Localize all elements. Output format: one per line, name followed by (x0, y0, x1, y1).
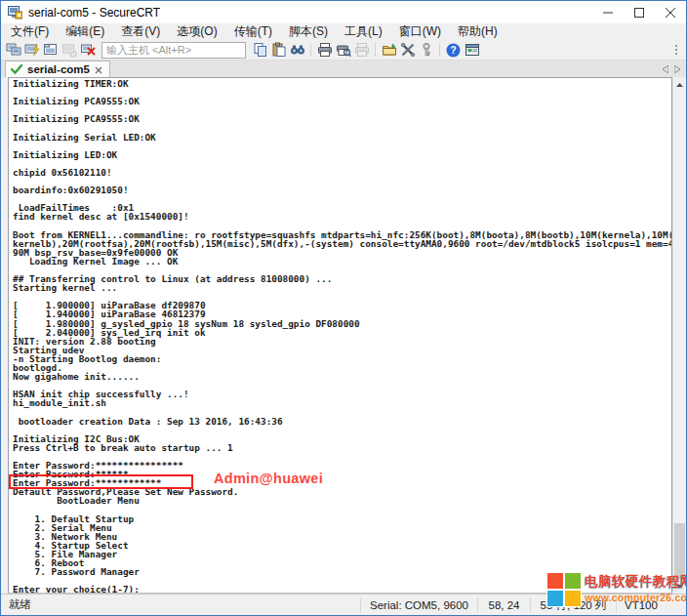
paste-icon[interactable] (270, 42, 287, 58)
password-highlight-box (9, 474, 193, 489)
securecrt-window: serial-com5 - SecureCRT 文件(F) 编辑(E) 查看(V… (0, 0, 687, 616)
menu-view[interactable]: 查看(V) (121, 23, 160, 40)
host-input[interactable] (101, 42, 246, 59)
vertical-scrollbar[interactable] (672, 77, 685, 594)
status-serial: Serial: COM5, 9600 (360, 597, 477, 613)
menu-options[interactable]: 选项(O) (177, 23, 217, 40)
tab-close-icon[interactable] (95, 61, 102, 78)
password-annotation: Admin@huawei (214, 471, 323, 486)
menu-help[interactable]: 帮助(H) (458, 23, 498, 40)
connect-icon[interactable] (5, 42, 21, 58)
copy-icon[interactable] (252, 42, 268, 58)
title-bar: serial-com5 - SecureCRT (1, 1, 686, 23)
toolbar: ? (1, 40, 686, 61)
tab-serial-com5[interactable]: serial-com5 (5, 61, 110, 77)
minimize-button[interactable] (592, 1, 624, 23)
tab-bar: serial-com5 (1, 61, 686, 77)
menu-tools[interactable]: 工具(L) (344, 23, 383, 40)
watermark-site-name: 电脑软硬件教程网 (585, 573, 687, 591)
terminal-output: Initializing TIMER:OK Initializing PCA95… (9, 78, 671, 594)
menu-bar: 文件(F) 编辑(E) 查看(V) 选项(O) 传输(T) 脚本(S) 工具(L… (1, 23, 686, 40)
menu-transfer[interactable]: 传输(T) (234, 23, 272, 40)
global-options-icon[interactable] (399, 42, 416, 58)
toolbar-overflow-icon[interactable] (667, 42, 684, 58)
toolbar-separator (375, 43, 376, 57)
app-icon (8, 6, 22, 20)
disconnect-icon[interactable] (79, 42, 96, 58)
help-icon[interactable]: ? (445, 42, 462, 58)
menu-edit[interactable]: 编辑(E) (65, 23, 104, 40)
tab-label: serial-com5 (27, 63, 90, 75)
print-icon[interactable] (316, 42, 333, 58)
close-button[interactable] (655, 1, 686, 23)
window-title: serial-com5 - SecureCRT (28, 6, 160, 20)
watermark-logo-icon (547, 573, 581, 606)
keymap-icon[interactable] (418, 42, 434, 58)
connected-check-icon (11, 61, 22, 78)
terminal-area: Initializing TIMER:OK Initializing PCA95… (1, 77, 686, 594)
print-setup-icon[interactable] (353, 42, 370, 58)
find-icon[interactable] (289, 42, 305, 58)
scroll-up-icon[interactable] (673, 78, 686, 91)
session-manager-icon[interactable] (464, 42, 480, 58)
scrollbar-thumb[interactable] (674, 523, 685, 579)
status-ready: 就绪 (1, 597, 360, 612)
print-preview-icon[interactable] (335, 42, 351, 58)
toolbar-separator (439, 43, 440, 57)
toolbar-separator (310, 43, 311, 57)
maximize-button[interactable] (624, 1, 655, 23)
terminal-screen[interactable]: Initializing TIMER:OK Initializing PCA95… (8, 77, 672, 594)
site-watermark: 电脑软硬件教程网 www.computer26.com (547, 573, 687, 606)
tab-scroll-left-icon[interactable] (663, 60, 668, 77)
svg-text:?: ? (450, 45, 456, 56)
menu-file[interactable]: 文件(F) (11, 23, 49, 40)
quick-connect-icon[interactable] (23, 42, 40, 58)
status-cursor-position: 58, 24 (477, 597, 530, 613)
session-options-icon[interactable] (381, 42, 397, 58)
watermark-site-url: www.computer26.com (585, 592, 687, 603)
menu-script[interactable]: 脚本(S) (289, 23, 328, 40)
tab-scroll-right-icon[interactable] (674, 60, 680, 77)
reconnect-icon[interactable] (61, 42, 77, 58)
menu-window[interactable]: 窗口(W) (399, 23, 441, 40)
connect-in-tab-icon[interactable] (42, 42, 59, 58)
